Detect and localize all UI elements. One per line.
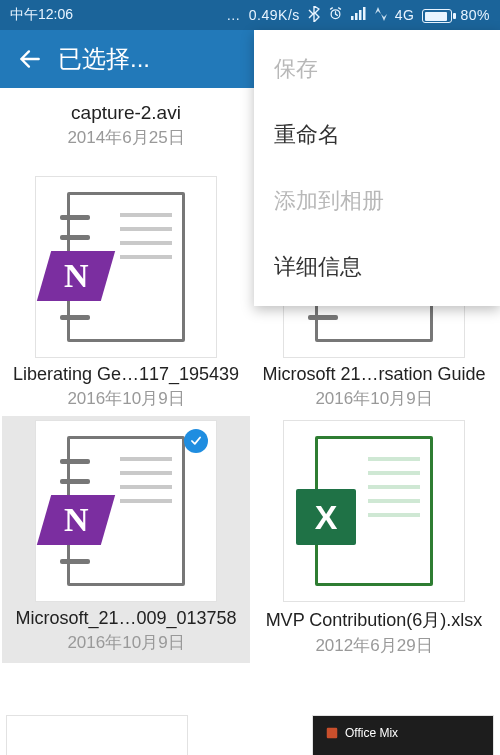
menu-item-label: 保存 — [274, 56, 318, 81]
file-cell[interactable]: capture-2.avi 2014年6月25日 — [2, 92, 250, 172]
file-name: Liberating Ge…117_195439 — [13, 364, 239, 385]
data-arrows-icon — [375, 7, 387, 24]
onenote-icon: N — [37, 251, 115, 301]
file-date: 2016年10月9日 — [315, 387, 432, 410]
menu-item-rename[interactable]: 重命名 — [254, 102, 500, 168]
status-network-label: 4G — [395, 7, 415, 23]
status-bar: 中午12:06 … 0.49K/s 4G 80% — [0, 0, 500, 30]
file-date: 2014年6月25日 — [67, 126, 184, 149]
file-name: capture-2.avi — [71, 102, 181, 124]
bottom-peek-row: Office Mix — [0, 715, 500, 755]
file-thumbnail-peek[interactable] — [6, 715, 188, 755]
file-date: 2016年10月9日 — [67, 387, 184, 410]
file-thumbnail: X — [283, 420, 465, 602]
battery-icon — [422, 7, 452, 23]
back-button[interactable] — [16, 45, 44, 73]
svg-rect-2 — [355, 13, 358, 20]
context-menu: 保存 重命名 添加到相册 详细信息 — [254, 30, 500, 306]
alarm-icon — [328, 6, 343, 24]
status-net-speed: 0.49K/s — [249, 7, 300, 23]
status-battery-pct: 80% — [460, 7, 490, 23]
svg-rect-1 — [351, 16, 354, 20]
file-cell[interactable]: N Microsoft_21…009_013758 2016年10月9日 — [2, 416, 250, 663]
menu-item-label: 添加到相册 — [274, 188, 384, 213]
menu-item-label: 详细信息 — [274, 254, 362, 279]
status-time: 中午12:06 — [10, 6, 73, 24]
onenote-icon: N — [37, 495, 115, 545]
file-name: MVP Contribution(6月).xlsx — [266, 608, 483, 632]
officemix-icon — [325, 726, 339, 743]
menu-item-save[interactable]: 保存 — [254, 36, 500, 102]
file-name: Microsoft 21…rsation Guide — [262, 364, 485, 385]
file-name: Microsoft_21…009_013758 — [15, 608, 236, 629]
signal-icon — [351, 7, 367, 23]
svg-rect-8 — [327, 728, 338, 739]
officemix-label: Office Mix — [345, 726, 398, 740]
status-dots: … — [226, 7, 241, 23]
menu-item-details[interactable]: 详细信息 — [254, 234, 500, 300]
bluetooth-icon — [308, 6, 320, 25]
file-cell[interactable]: N Liberating Ge…117_195439 2016年10月9日 — [2, 172, 250, 416]
menu-item-add-to-album[interactable]: 添加到相册 — [254, 168, 500, 234]
selection-check-icon — [184, 429, 208, 453]
file-date: 2012年6月29日 — [315, 634, 432, 657]
menu-item-label: 重命名 — [274, 122, 340, 147]
svg-rect-4 — [363, 7, 366, 20]
svg-rect-3 — [359, 10, 362, 20]
excel-icon: X — [296, 489, 356, 545]
file-thumbnail-peek[interactable]: Office Mix — [312, 715, 494, 755]
file-date: 2016年10月9日 — [67, 631, 184, 654]
file-thumbnail: N — [35, 420, 217, 602]
file-thumbnail: N — [35, 176, 217, 358]
file-cell[interactable]: X MVP Contribution(6月).xlsx 2012年6月29日 — [250, 416, 498, 663]
